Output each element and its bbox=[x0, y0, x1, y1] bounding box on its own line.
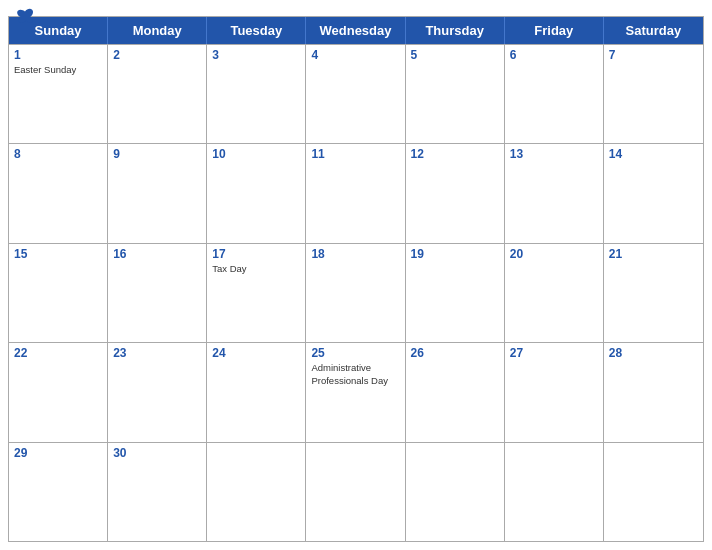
day-number: 2 bbox=[113, 48, 201, 62]
day-cell bbox=[207, 443, 306, 541]
day-cell: 26 bbox=[406, 343, 505, 441]
day-number: 15 bbox=[14, 247, 102, 261]
day-number: 23 bbox=[113, 346, 201, 360]
logo-area bbox=[16, 8, 36, 24]
day-number: 20 bbox=[510, 247, 598, 261]
day-number: 29 bbox=[14, 446, 102, 460]
day-number: 13 bbox=[510, 147, 598, 161]
day-cell bbox=[505, 443, 604, 541]
calendar-header bbox=[0, 0, 712, 16]
day-cell: 12 bbox=[406, 144, 505, 242]
day-event: Administrative Professionals Day bbox=[311, 362, 399, 387]
day-header-friday: Friday bbox=[505, 17, 604, 44]
day-number: 11 bbox=[311, 147, 399, 161]
day-number: 7 bbox=[609, 48, 698, 62]
day-number: 6 bbox=[510, 48, 598, 62]
day-cell: 8 bbox=[9, 144, 108, 242]
day-header-monday: Monday bbox=[108, 17, 207, 44]
calendar-page: SundayMondayTuesdayWednesdayThursdayFrid… bbox=[0, 0, 712, 550]
day-cell: 13 bbox=[505, 144, 604, 242]
day-number: 4 bbox=[311, 48, 399, 62]
day-number: 25 bbox=[311, 346, 399, 360]
day-event: Tax Day bbox=[212, 263, 300, 275]
day-cell: 2 bbox=[108, 45, 207, 143]
day-cell: 11 bbox=[306, 144, 405, 242]
day-cell: 23 bbox=[108, 343, 207, 441]
day-number: 26 bbox=[411, 346, 499, 360]
day-number: 24 bbox=[212, 346, 300, 360]
day-cell: 24 bbox=[207, 343, 306, 441]
day-cell: 18 bbox=[306, 244, 405, 342]
day-cell: 9 bbox=[108, 144, 207, 242]
day-number: 3 bbox=[212, 48, 300, 62]
day-number: 12 bbox=[411, 147, 499, 161]
week-row-1: 1Easter Sunday234567 bbox=[9, 44, 703, 143]
day-number: 30 bbox=[113, 446, 201, 460]
day-cell: 10 bbox=[207, 144, 306, 242]
day-cell bbox=[604, 443, 703, 541]
day-number: 19 bbox=[411, 247, 499, 261]
day-cell bbox=[306, 443, 405, 541]
day-cell: 5 bbox=[406, 45, 505, 143]
logo-blue-area bbox=[16, 8, 36, 24]
day-number: 8 bbox=[14, 147, 102, 161]
day-number: 28 bbox=[609, 346, 698, 360]
day-cell: 27 bbox=[505, 343, 604, 441]
day-cell: 6 bbox=[505, 45, 604, 143]
day-number: 21 bbox=[609, 247, 698, 261]
day-cell: 16 bbox=[108, 244, 207, 342]
day-cell: 4 bbox=[306, 45, 405, 143]
day-cell: 28 bbox=[604, 343, 703, 441]
day-cell: 14 bbox=[604, 144, 703, 242]
day-cell: 7 bbox=[604, 45, 703, 143]
day-number: 16 bbox=[113, 247, 201, 261]
day-cell: 1Easter Sunday bbox=[9, 45, 108, 143]
day-number: 9 bbox=[113, 147, 201, 161]
day-cell: 3 bbox=[207, 45, 306, 143]
day-header-saturday: Saturday bbox=[604, 17, 703, 44]
week-row-2: 891011121314 bbox=[9, 143, 703, 242]
day-number: 18 bbox=[311, 247, 399, 261]
day-cell: 17Tax Day bbox=[207, 244, 306, 342]
week-row-3: 151617Tax Day18192021 bbox=[9, 243, 703, 342]
day-number: 14 bbox=[609, 147, 698, 161]
day-headers-row: SundayMondayTuesdayWednesdayThursdayFrid… bbox=[9, 17, 703, 44]
day-cell: 29 bbox=[9, 443, 108, 541]
week-row-4: 22232425Administrative Professionals Day… bbox=[9, 342, 703, 441]
day-number: 27 bbox=[510, 346, 598, 360]
day-cell: 22 bbox=[9, 343, 108, 441]
day-number: 17 bbox=[212, 247, 300, 261]
day-cell: 15 bbox=[9, 244, 108, 342]
day-cell: 25Administrative Professionals Day bbox=[306, 343, 405, 441]
week-row-5: 2930 bbox=[9, 442, 703, 541]
day-number: 1 bbox=[14, 48, 102, 62]
day-cell: 21 bbox=[604, 244, 703, 342]
calendar-grid: SundayMondayTuesdayWednesdayThursdayFrid… bbox=[8, 16, 704, 542]
day-event: Easter Sunday bbox=[14, 64, 102, 76]
calendar-body: 1Easter Sunday234567891011121314151617Ta… bbox=[9, 44, 703, 541]
day-header-wednesday: Wednesday bbox=[306, 17, 405, 44]
day-header-thursday: Thursday bbox=[406, 17, 505, 44]
day-number: 5 bbox=[411, 48, 499, 62]
logo-bird-icon bbox=[16, 8, 34, 24]
day-cell: 30 bbox=[108, 443, 207, 541]
day-header-tuesday: Tuesday bbox=[207, 17, 306, 44]
day-cell: 20 bbox=[505, 244, 604, 342]
day-cell bbox=[406, 443, 505, 541]
day-number: 10 bbox=[212, 147, 300, 161]
day-number: 22 bbox=[14, 346, 102, 360]
day-cell: 19 bbox=[406, 244, 505, 342]
